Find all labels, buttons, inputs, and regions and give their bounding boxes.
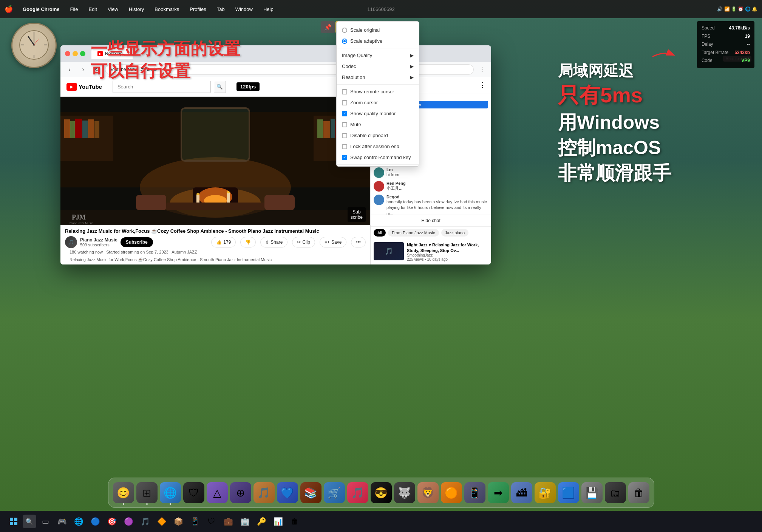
pin-icon[interactable]: 📌 (321, 21, 335, 33)
show-remote-cursor-item[interactable]: Show remote cursor (337, 86, 419, 97)
subscribe-button[interactable]: Subscribe (121, 237, 153, 247)
zoom-cursor-checkbox[interactable] (342, 100, 347, 105)
dock-launchpad[interactable]: ⊞ (136, 482, 158, 503)
swap-control-item[interactable]: ✓ Swap control-command key (337, 152, 419, 163)
codec-item[interactable]: Codec ▶ (337, 61, 419, 72)
show-remote-cursor-checkbox[interactable] (342, 89, 347, 94)
scale-adaptive-radio[interactable] (342, 39, 347, 44)
share-button[interactable]: ⇧ Share (260, 237, 287, 247)
dock-app11[interactable]: 🔐 (535, 482, 556, 503)
swap-control-checkbox[interactable]: ✓ (342, 155, 347, 160)
dock-app7[interactable]: 🟠 (441, 482, 462, 503)
history-menu[interactable]: History (127, 5, 146, 14)
dock-trash[interactable]: 🗑 (628, 482, 649, 503)
taskbar-xbox[interactable]: 🎮 (54, 514, 70, 529)
filter-all[interactable]: All (374, 229, 386, 237)
dock-emoji[interactable]: 😎 (371, 482, 392, 503)
taskbar-icon7[interactable]: 📱 (187, 514, 202, 529)
taskbar-icon4[interactable]: 🎵 (138, 514, 153, 529)
dock-appstore[interactable]: 🛒 (324, 482, 345, 503)
taskbar-icon6[interactable]: 📦 (171, 514, 186, 529)
dock-files[interactable]: 💾 (581, 482, 603, 503)
app-name[interactable]: Google Chrome (20, 5, 62, 14)
dock-app12[interactable]: 🟦 (558, 482, 579, 503)
dock-app1[interactable]: 🛡 (183, 482, 204, 503)
file-menu[interactable]: File (68, 5, 80, 14)
show-quality-monitor-item[interactable]: ✓ Show quality monitor (337, 108, 419, 119)
lock-after-session-checkbox[interactable] (342, 144, 347, 149)
dock-music[interactable]: 🎵 (347, 482, 368, 503)
clip-button[interactable]: ✂ Clip (292, 237, 315, 247)
scale-original-item[interactable]: Scale original (337, 25, 419, 36)
chrome-tab[interactable]: ▶ Relaxing... (91, 48, 133, 59)
taskbar-icon8[interactable]: 🛡 (204, 514, 219, 529)
taskbar-icon3[interactable]: 🟣 (121, 514, 136, 529)
taskbar-icon9[interactable]: 💼 (221, 514, 236, 529)
tab-menu[interactable]: Tab (215, 5, 227, 14)
bookmarks-menu[interactable]: Bookmarks (152, 5, 181, 14)
resolution-item[interactable]: Resolution ▶ (337, 72, 419, 83)
dock-app6[interactable]: 🦁 (417, 482, 439, 503)
help-menu[interactable]: Help (261, 5, 276, 14)
dock-app3[interactable]: ⊕ (230, 482, 251, 503)
taskbar-icon1[interactable]: 🔵 (88, 514, 103, 529)
svg-rect-35 (264, 195, 295, 210)
dock-finder[interactable]: 😊 (113, 482, 134, 503)
dock-vscode[interactable]: 💙 (277, 482, 298, 503)
taskbar-icon10[interactable]: 🏢 (237, 514, 252, 529)
show-quality-monitor-checkbox[interactable]: ✓ (342, 111, 347, 116)
disable-clipboard-checkbox[interactable] (342, 133, 347, 138)
maximize-button[interactable] (80, 51, 85, 56)
scale-original-radio[interactable] (342, 28, 347, 33)
extensions-button[interactable]: ⋮ (477, 64, 487, 75)
macos-dock: 😊 ⊞ 🌐 🛡 △ ⊕ 🎵 💙 📚 🛒 🎵 😎 🐺 🦁 🟠 📱 ➡ 🏙 🔐 🟦 … (108, 478, 654, 508)
forward-button[interactable]: › (78, 64, 88, 75)
yt-search-button[interactable]: 🔍 (214, 81, 226, 93)
dock-app4[interactable]: 📚 (300, 482, 321, 503)
like-button[interactable]: 👍 179 (211, 237, 236, 247)
view-menu[interactable]: View (105, 5, 121, 14)
dock-app10[interactable]: 🏙 (511, 482, 532, 503)
lock-after-session-item[interactable]: Lock after session end (337, 141, 419, 152)
refresh-button[interactable]: ↻ (91, 64, 102, 75)
disable-clipboard-item[interactable]: Disable clipboard (337, 130, 419, 141)
save-button[interactable]: ≡+ Save (320, 237, 346, 247)
taskbar-icon11[interactable]: 🔑 (254, 514, 269, 529)
dock-spotify[interactable]: 🎵 (253, 482, 275, 503)
zoom-cursor-item[interactable]: Zoom cursor (337, 97, 419, 108)
dock-numbers[interactable]: 🗂 (605, 482, 626, 503)
image-quality-item[interactable]: Image Quality ▶ (337, 50, 419, 61)
close-button[interactable] (65, 51, 70, 56)
dislike-button[interactable]: 👎 (240, 237, 256, 247)
back-button[interactable]: ‹ (64, 64, 75, 75)
dock-app5[interactable]: 🐺 (394, 482, 415, 503)
taskbar-task-view[interactable]: ▭ (38, 514, 53, 529)
window-menu[interactable]: Window (233, 5, 255, 14)
win-start-button[interactable] (6, 514, 21, 529)
dock-app9[interactable]: ➡ (488, 482, 509, 503)
taskbar-chrome-win[interactable]: 🌐 (71, 514, 86, 529)
taskbar-icon5[interactable]: 🔶 (154, 514, 169, 529)
chat-menu-icon[interactable]: ⋮ (479, 81, 486, 89)
hide-chat-button[interactable]: Hide chat (371, 215, 491, 226)
mute-checkbox[interactable] (342, 122, 347, 127)
scale-adaptive-item[interactable]: Scale adaptive (337, 36, 419, 46)
more-button[interactable]: ••• (351, 237, 366, 247)
profiles-menu[interactable]: Profiles (187, 5, 208, 14)
taskbar-search[interactable]: 🔍 (23, 515, 36, 528)
yt-search-input[interactable] (113, 81, 211, 93)
subscribe-overlay-btn[interactable]: Subscribe (348, 207, 366, 222)
taskbar-icon12[interactable]: 📊 (270, 514, 286, 529)
taskbar-icon13[interactable]: 🗑 (287, 514, 302, 529)
filter-jazz[interactable]: Jazz piano (441, 229, 469, 237)
video-container[interactable]: PJM Piano Jazz Music Subscribe (60, 97, 370, 225)
filter-channel[interactable]: From Piano Jazz Music (388, 229, 439, 237)
dock-chrome[interactable]: 🌐 (160, 482, 181, 503)
dock-app2[interactable]: △ (207, 482, 228, 503)
mute-item[interactable]: Mute (337, 119, 419, 130)
taskbar-icon2[interactable]: 🎯 (104, 514, 119, 529)
dock-app8[interactable]: 📱 (464, 482, 485, 503)
edit-menu[interactable]: Edit (86, 5, 99, 14)
rec-thumbnail[interactable]: 🎵 (374, 242, 404, 260)
minimize-button[interactable] (73, 51, 78, 56)
